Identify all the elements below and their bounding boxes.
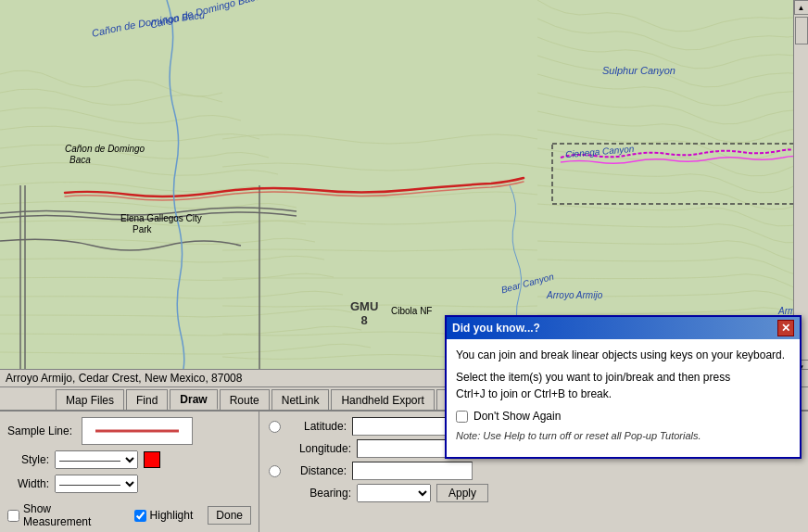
map-label-park: Park — [133, 224, 152, 234]
map-label-canon-domingo: Cañon de Domingo — [65, 144, 145, 154]
show-measurement-label: Show Measurement — [23, 502, 120, 528]
tab-netlink[interactable]: NetLink — [271, 389, 330, 410]
dialog-note: Note: Use Help to turn off or reset all … — [456, 428, 790, 444]
map-label-baca: Baca — [69, 155, 91, 165]
bearing-select[interactable] — [357, 484, 431, 502]
sample-line-label: Sample Line: — [7, 424, 72, 437]
dialog-close-button[interactable]: ✕ — [777, 320, 794, 336]
style-label: Style: — [7, 453, 49, 466]
scroll-up-arrow[interactable]: ▲ — [794, 0, 809, 15]
highlight-label: Highlight — [150, 509, 194, 522]
color-picker[interactable] — [144, 451, 160, 468]
map-label-cibola-nf: Cibola NF — [391, 306, 432, 316]
show-measurement-checkbox[interactable] — [7, 510, 19, 522]
dialog-body: You can join and break linear objects us… — [447, 339, 800, 457]
draw-panel: Sample Line: Style: —————— - - - - - ···… — [0, 412, 259, 532]
dont-show-checkbox[interactable] — [456, 411, 468, 423]
status-text: Arroyo Armijo, Cedar Crest, New Mexico, … — [6, 372, 242, 385]
width-select[interactable]: —————— thin thick — [55, 475, 138, 493]
distance-label: Distance: — [286, 464, 347, 477]
dont-show-label: Don't Show Again — [473, 408, 561, 424]
tab-draw[interactable]: Draw — [170, 389, 217, 410]
highlight-checkbox[interactable] — [134, 510, 146, 522]
style-select[interactable]: —————— - - - - - ····· — [55, 450, 138, 469]
latitude-label: Latitude: — [286, 420, 347, 433]
map-label-elena-gallegos: Elena Gallegos City — [120, 213, 202, 223]
longitude-label: Longitude: — [291, 442, 351, 455]
map-label-gmu: GMU8 — [350, 299, 378, 327]
did-you-know-dialog: Did you know...? ✕ You can join and brea… — [445, 315, 802, 459]
dialog-body-line1: You can join and break linear objects us… — [456, 347, 790, 363]
coord-radio-1[interactable] — [269, 421, 281, 433]
tab-map-files[interactable]: Map Files — [56, 389, 124, 410]
tab-find[interactable]: Find — [126, 389, 168, 410]
coord-radio-2[interactable] — [269, 465, 281, 477]
dialog-title: Did you know...? — [452, 322, 540, 335]
dont-show-row: Don't Show Again — [456, 408, 790, 424]
map-label-arroyo-armijo: Arroyo Armijo — [547, 290, 602, 300]
tab-route[interactable]: Route — [220, 389, 270, 410]
dialog-body-line2: Select the item(s) you want to join/brea… — [456, 369, 790, 402]
done-button[interactable]: Done — [208, 506, 251, 525]
scroll-thumb[interactable] — [795, 17, 808, 44]
bearing-label: Bearing: — [291, 487, 351, 500]
map-label-sulphur-canyon: Sulphur Canyon — [602, 65, 675, 76]
apply-button[interactable]: Apply — [436, 484, 488, 502]
sample-line-preview — [82, 417, 193, 445]
width-label: Width: — [7, 477, 49, 490]
dialog-titlebar: Did you know...? ✕ — [447, 317, 800, 339]
tab-handheld-export[interactable]: Handheld Export — [331, 389, 434, 410]
distance-input[interactable] — [352, 462, 473, 480]
